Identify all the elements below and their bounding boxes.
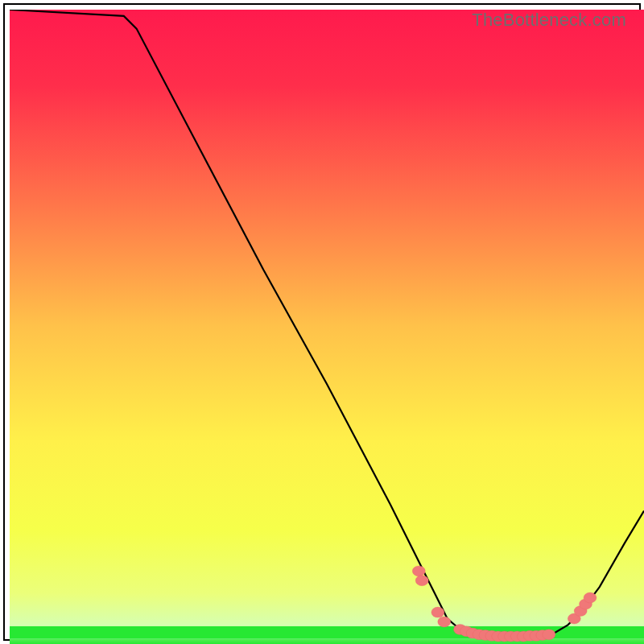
- marker-dot: [584, 592, 597, 603]
- marker-dot: [431, 607, 444, 617]
- curve-layer: [10, 10, 644, 644]
- marker-dot: [438, 617, 451, 627]
- marker-dot: [415, 576, 428, 586]
- watermark-text: TheBottleneck.com: [472, 10, 626, 31]
- bottleneck-curve: [10, 10, 644, 637]
- chart-frame: TheBottleneck.com: [3, 3, 641, 641]
- marker-dot: [412, 566, 425, 576]
- marker-dot: [543, 630, 555, 640]
